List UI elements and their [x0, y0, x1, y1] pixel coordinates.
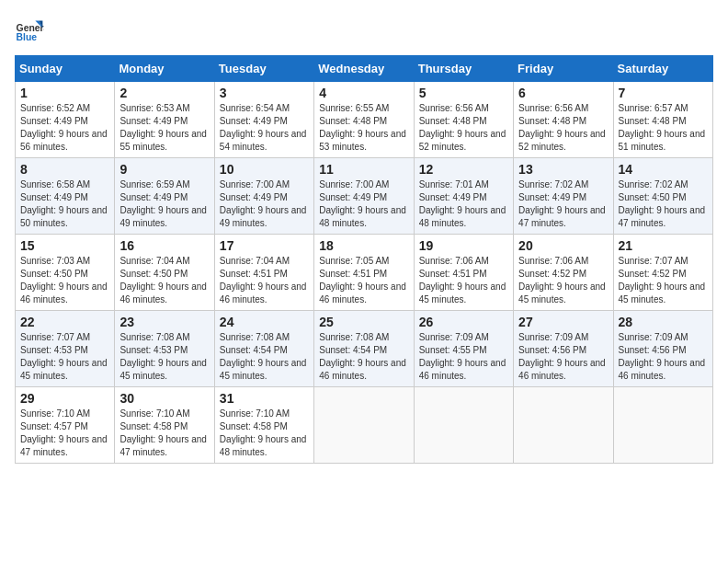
calendar-cell: 26 Sunrise: 7:09 AM Sunset: 4:55 PM Dayl… — [414, 311, 513, 387]
day-number: 13 — [518, 162, 608, 177]
calendar-header-wednesday: Wednesday — [314, 56, 414, 82]
sunrise-label: Sunrise: 7:00 AM — [220, 179, 290, 190]
sunset-label: Sunset: 4:49 PM — [319, 192, 387, 202]
day-number: 31 — [220, 391, 309, 406]
calendar-cell: 2 Sunrise: 6:53 AM Sunset: 4:49 PM Dayli… — [115, 82, 214, 158]
sunrise-label: Sunrise: 7:07 AM — [619, 256, 688, 266]
daylight-label: Daylight: 9 hours and 50 minutes. — [20, 205, 108, 228]
day-number: 28 — [619, 315, 708, 329]
daylight-label: Daylight: 9 hours and 46 minutes. — [419, 358, 506, 381]
calendar-cell: 3 Sunrise: 6:54 AM Sunset: 4:49 PM Dayli… — [214, 82, 313, 158]
sunset-label: Sunset: 4:48 PM — [319, 116, 387, 126]
sunrise-label: Sunrise: 7:08 AM — [119, 332, 189, 342]
daylight-label: Daylight: 9 hours and 48 minutes. — [220, 434, 307, 457]
svg-text:Blue: Blue — [17, 32, 38, 42]
calendar-cell — [514, 387, 613, 464]
day-number: 11 — [319, 162, 408, 177]
calendar-cell: 16 Sunrise: 7:04 AM Sunset: 4:50 PM Dayl… — [115, 235, 214, 311]
sunrise-label: Sunrise: 7:01 AM — [419, 179, 489, 190]
sunset-label: Sunset: 4:49 PM — [220, 192, 288, 202]
calendar-cell: 20 Sunrise: 7:06 AM Sunset: 4:52 PM Dayl… — [514, 235, 613, 311]
day-number: 12 — [419, 162, 508, 177]
sunset-label: Sunset: 4:50 PM — [119, 269, 188, 279]
calendar-cell: 28 Sunrise: 7:09 AM Sunset: 4:56 PM Dayl… — [613, 311, 712, 387]
day-info: Sunrise: 7:04 AM Sunset: 4:50 PM Dayligh… — [119, 255, 209, 306]
calendar-header-row: SundayMondayTuesdayWednesdayThursdayFrid… — [16, 56, 713, 82]
sunrise-label: Sunrise: 6:56 AM — [419, 103, 489, 113]
daylight-label: Daylight: 9 hours and 52 minutes. — [518, 129, 606, 152]
sunset-label: Sunset: 4:56 PM — [518, 345, 586, 355]
daylight-label: Daylight: 9 hours and 45 minutes. — [619, 282, 706, 304]
sunrise-label: Sunrise: 7:03 AM — [20, 256, 90, 266]
calendar-cell: 13 Sunrise: 7:02 AM Sunset: 4:49 PM Dayl… — [514, 158, 613, 235]
sunset-label: Sunset: 4:49 PM — [518, 192, 586, 202]
calendar-cell: 12 Sunrise: 7:01 AM Sunset: 4:49 PM Dayl… — [414, 158, 513, 235]
sunset-label: Sunset: 4:54 PM — [319, 345, 387, 355]
sunrise-label: Sunrise: 7:10 AM — [119, 408, 189, 419]
calendar-cell: 31 Sunrise: 7:10 AM Sunset: 4:58 PM Dayl… — [214, 387, 313, 464]
day-info: Sunrise: 7:01 AM Sunset: 4:49 PM Dayligh… — [419, 178, 508, 230]
daylight-label: Daylight: 9 hours and 47 minutes. — [619, 205, 706, 228]
calendar: SundayMondayTuesdayWednesdayThursdayFrid… — [15, 55, 713, 464]
daylight-label: Daylight: 9 hours and 55 minutes. — [119, 129, 207, 152]
day-number: 1 — [20, 86, 109, 100]
daylight-label: Daylight: 9 hours and 47 minutes. — [119, 434, 207, 457]
sunrise-label: Sunrise: 7:02 AM — [619, 179, 688, 190]
calendar-cell: 25 Sunrise: 7:08 AM Sunset: 4:54 PM Dayl… — [314, 311, 414, 387]
calendar-cell: 6 Sunrise: 6:56 AM Sunset: 4:48 PM Dayli… — [514, 82, 613, 158]
day-info: Sunrise: 7:05 AM Sunset: 4:51 PM Dayligh… — [319, 255, 408, 306]
sunrise-label: Sunrise: 6:52 AM — [20, 103, 90, 113]
calendar-header-saturday: Saturday — [613, 56, 712, 82]
sunset-label: Sunset: 4:50 PM — [619, 192, 687, 202]
sunset-label: Sunset: 4:49 PM — [220, 116, 288, 126]
calendar-cell — [414, 387, 513, 464]
calendar-cell: 24 Sunrise: 7:08 AM Sunset: 4:54 PM Dayl… — [214, 311, 313, 387]
daylight-label: Daylight: 9 hours and 54 minutes. — [220, 129, 307, 152]
daylight-label: Daylight: 9 hours and 45 minutes. — [119, 358, 207, 381]
sunset-label: Sunset: 4:48 PM — [518, 116, 586, 126]
day-info: Sunrise: 7:00 AM Sunset: 4:49 PM Dayligh… — [319, 178, 408, 230]
day-info: Sunrise: 7:08 AM Sunset: 4:54 PM Dayligh… — [220, 331, 309, 383]
sunrise-label: Sunrise: 7:10 AM — [220, 408, 290, 419]
calendar-cell: 17 Sunrise: 7:04 AM Sunset: 4:51 PM Dayl… — [214, 235, 313, 311]
sunset-label: Sunset: 4:49 PM — [119, 116, 188, 126]
calendar-cell: 9 Sunrise: 6:59 AM Sunset: 4:49 PM Dayli… — [115, 158, 214, 235]
day-info: Sunrise: 7:10 AM Sunset: 4:57 PM Dayligh… — [20, 408, 109, 459]
day-number: 30 — [119, 391, 209, 406]
daylight-label: Daylight: 9 hours and 56 minutes. — [20, 129, 108, 152]
daylight-label: Daylight: 9 hours and 46 minutes. — [319, 358, 406, 381]
calendar-cell: 4 Sunrise: 6:55 AM Sunset: 4:48 PM Dayli… — [314, 82, 414, 158]
day-info: Sunrise: 7:09 AM Sunset: 4:56 PM Dayligh… — [619, 331, 708, 383]
sunset-label: Sunset: 4:49 PM — [419, 192, 487, 202]
calendar-cell: 30 Sunrise: 7:10 AM Sunset: 4:58 PM Dayl… — [115, 387, 214, 464]
day-number: 7 — [619, 86, 708, 100]
day-number: 16 — [119, 238, 209, 253]
day-number: 8 — [20, 162, 109, 177]
sunrise-label: Sunrise: 6:53 AM — [119, 103, 189, 113]
daylight-label: Daylight: 9 hours and 46 minutes. — [119, 282, 207, 304]
day-info: Sunrise: 6:55 AM Sunset: 4:48 PM Dayligh… — [319, 102, 408, 154]
daylight-label: Daylight: 9 hours and 47 minutes. — [518, 205, 606, 228]
sunrise-label: Sunrise: 7:09 AM — [419, 332, 489, 342]
logo-icon: General Blue — [15, 15, 44, 44]
daylight-label: Daylight: 9 hours and 45 minutes. — [220, 358, 307, 381]
sunset-label: Sunset: 4:49 PM — [20, 116, 88, 126]
calendar-cell: 10 Sunrise: 7:00 AM Sunset: 4:49 PM Dayl… — [214, 158, 313, 235]
calendar-cell: 1 Sunrise: 6:52 AM Sunset: 4:49 PM Dayli… — [16, 82, 115, 158]
day-info: Sunrise: 7:03 AM Sunset: 4:50 PM Dayligh… — [20, 255, 109, 306]
day-number: 15 — [20, 238, 109, 253]
day-info: Sunrise: 7:09 AM Sunset: 4:55 PM Dayligh… — [419, 331, 508, 383]
day-number: 3 — [220, 86, 309, 100]
sunrise-label: Sunrise: 7:04 AM — [220, 256, 290, 266]
sunrise-label: Sunrise: 7:07 AM — [20, 332, 90, 342]
calendar-header-thursday: Thursday — [414, 56, 513, 82]
sunset-label: Sunset: 4:53 PM — [20, 345, 88, 355]
calendar-cell — [314, 387, 414, 464]
calendar-cell: 11 Sunrise: 7:00 AM Sunset: 4:49 PM Dayl… — [314, 158, 414, 235]
sunset-label: Sunset: 4:48 PM — [419, 116, 487, 126]
sunrise-label: Sunrise: 7:06 AM — [419, 256, 489, 266]
sunrise-label: Sunrise: 7:06 AM — [518, 256, 588, 266]
calendar-week-2: 8 Sunrise: 6:58 AM Sunset: 4:49 PM Dayli… — [16, 158, 713, 235]
day-info: Sunrise: 7:07 AM Sunset: 4:53 PM Dayligh… — [20, 331, 109, 383]
logo: General Blue — [15, 15, 48, 44]
